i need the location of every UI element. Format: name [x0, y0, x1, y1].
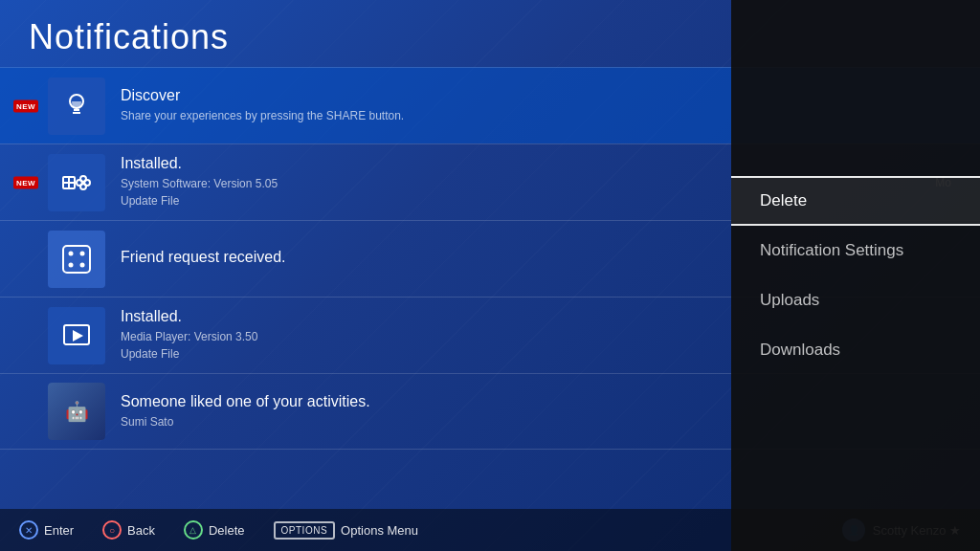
context-menu-item-uploads[interactable]: Uploads — [731, 276, 980, 325]
context-menu-item-notification-settings[interactable]: Notification Settings — [731, 226, 980, 276]
svg-point-8 — [77, 180, 82, 186]
controller-icon — [48, 154, 105, 211]
context-menu-item-delete[interactable]: Delete — [731, 176, 980, 226]
circle-icon: ○ — [102, 520, 122, 540]
context-menu: Delete Notification Settings Uploads Dow… — [731, 0, 980, 551]
cross-icon: ✕ — [19, 520, 38, 540]
svg-point-14 — [80, 262, 85, 267]
new-badge: NEW — [13, 176, 38, 188]
context-menu-item-downloads[interactable]: Downloads — [731, 325, 980, 375]
svg-rect-10 — [63, 246, 90, 273]
media-icon — [48, 307, 105, 364]
astro-image: 🤖 — [48, 383, 105, 440]
triangle-icon: △ — [184, 520, 203, 540]
new-badge: NEW — [13, 99, 38, 112]
back-button[interactable]: ○ Back — [102, 520, 155, 540]
svg-point-11 — [69, 251, 74, 255]
options-menu-label: Options Menu — [341, 523, 418, 538]
svg-point-13 — [69, 262, 74, 267]
friend-icon — [48, 231, 105, 288]
options-badge: OPTIONS — [274, 521, 336, 540]
options-menu-button[interactable]: OPTIONS Options Menu — [274, 521, 418, 540]
svg-rect-2 — [73, 112, 80, 114]
svg-point-9 — [84, 180, 90, 186]
enter-label: Enter — [44, 523, 74, 538]
delete-button[interactable]: △ Delete — [184, 520, 245, 540]
astro-icon: 🤖 — [48, 383, 105, 440]
delete-label: Delete — [209, 523, 245, 538]
back-label: Back — [127, 523, 155, 538]
enter-button[interactable]: ✕ Enter — [19, 520, 74, 540]
svg-point-12 — [80, 251, 85, 255]
svg-rect-1 — [74, 109, 79, 111]
discover-icon — [48, 77, 105, 135]
svg-marker-16 — [73, 330, 83, 342]
